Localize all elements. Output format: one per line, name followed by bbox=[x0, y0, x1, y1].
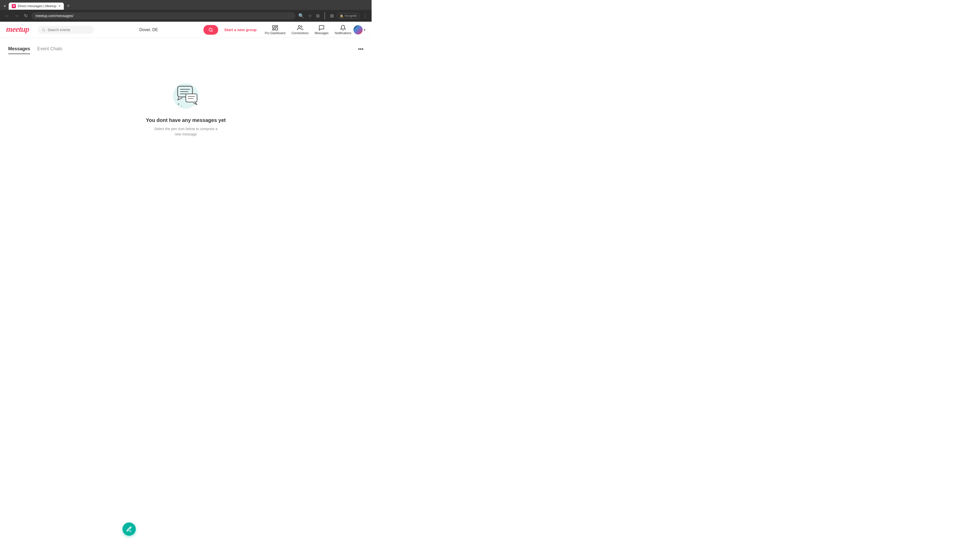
svg-rect-14 bbox=[186, 94, 197, 102]
browser-toolbar-icons: 🔍 ☆ ⧉ ⊞ 🕵 Incognito ⋮ bbox=[298, 12, 369, 20]
connections-label: Connections bbox=[291, 32, 309, 35]
forward-button[interactable]: → bbox=[13, 12, 21, 20]
svg-rect-8 bbox=[272, 29, 274, 30]
browser-search-icon[interactable]: 🔍 bbox=[298, 12, 305, 20]
svg-point-3 bbox=[209, 28, 212, 31]
empty-state: You dont have any messages yet Select th… bbox=[8, 60, 363, 147]
start-group-label[interactable]: Start a new group bbox=[224, 27, 257, 32]
back-button[interactable]: ← bbox=[3, 12, 11, 20]
notifications-icon bbox=[340, 25, 346, 31]
search-bar[interactable] bbox=[38, 26, 94, 34]
search-input[interactable] bbox=[48, 28, 90, 32]
messages-icon bbox=[318, 25, 325, 31]
svg-rect-7 bbox=[275, 28, 278, 30]
empty-state-subtitle: Select the pen icon below to compose a n… bbox=[153, 126, 219, 137]
more-options-button[interactable]: ••• bbox=[358, 46, 363, 52]
avatar-chevron-icon: ▾ bbox=[364, 28, 366, 32]
toolbar-divider bbox=[325, 12, 325, 19]
new-tab-button[interactable]: + bbox=[65, 2, 72, 10]
nav-notifications[interactable]: Notifications bbox=[335, 25, 352, 35]
svg-line-4 bbox=[212, 30, 212, 32]
browser-extensions-icon[interactable]: ⧉ bbox=[315, 12, 321, 20]
meetup-logo-svg: meetup bbox=[6, 24, 32, 33]
tab-dropdown-button[interactable]: ▼ bbox=[2, 3, 8, 9]
browser-menu-icon[interactable]: ⋮ bbox=[362, 12, 369, 20]
empty-state-icon bbox=[170, 81, 201, 111]
svg-point-18 bbox=[181, 106, 182, 106]
tab-title: Direct messages | Meetup bbox=[18, 4, 56, 8]
chat-bubbles-illustration bbox=[170, 81, 201, 111]
svg-point-17 bbox=[178, 103, 180, 105]
nav-messages[interactable]: Messages bbox=[315, 25, 329, 35]
search-button-icon bbox=[208, 27, 213, 32]
messages-tab-bar: Messages Event Chats ••• bbox=[8, 44, 363, 54]
messages-label: Messages bbox=[315, 32, 329, 35]
svg-point-1 bbox=[42, 28, 45, 30]
event-chats-tab[interactable]: Event Chats bbox=[37, 44, 62, 54]
main-content: Messages Event Chats ••• bbox=[0, 38, 372, 153]
incognito-badge: 🕵 Incognito bbox=[337, 13, 360, 19]
svg-rect-6 bbox=[275, 25, 278, 27]
location-display: Dover, DE bbox=[94, 27, 204, 32]
tab-favicon: M bbox=[12, 4, 16, 8]
nav-pro-dashboard[interactable]: Pro Dashboard bbox=[265, 25, 285, 35]
refresh-button[interactable]: ↻ bbox=[22, 12, 29, 20]
address-bar[interactable] bbox=[32, 12, 295, 19]
browser-tab-bar: ▼ M Direct messages | Meetup × + bbox=[0, 0, 372, 10]
svg-line-2 bbox=[45, 30, 45, 31]
svg-rect-5 bbox=[272, 25, 274, 28]
avatar-area[interactable]: ▾ bbox=[353, 25, 366, 35]
site-header: meetup Dover, DE Start a new group bbox=[0, 22, 372, 38]
nav-connections[interactable]: Connections bbox=[291, 25, 309, 35]
site-wrapper: meetup Dover, DE Start a new group bbox=[0, 22, 372, 153]
browser-profile-icon[interactable]: ⊞ bbox=[329, 12, 335, 20]
browser-bookmark-icon[interactable]: ☆ bbox=[307, 12, 313, 20]
meetup-logo[interactable]: meetup bbox=[6, 24, 32, 35]
nav-icons: Pro Dashboard Connections Messages bbox=[265, 25, 352, 35]
browser-toolbar: ← → ↻ 🔍 ☆ ⧉ ⊞ 🕵 Incognito ⋮ bbox=[0, 10, 372, 22]
avatar bbox=[353, 25, 363, 35]
svg-text:meetup: meetup bbox=[6, 24, 29, 33]
incognito-icon: 🕵 bbox=[340, 14, 344, 17]
notifications-label: Notifications bbox=[335, 32, 352, 35]
empty-state-title: You dont have any messages yet bbox=[146, 118, 226, 123]
start-new-group-button[interactable] bbox=[204, 25, 218, 35]
browser-chrome: ▼ M Direct messages | Meetup × + ← → ↻ 🔍… bbox=[0, 0, 372, 22]
browser-tab[interactable]: M Direct messages | Meetup × bbox=[9, 3, 64, 10]
search-icon bbox=[42, 28, 45, 32]
tab-close-button[interactable]: × bbox=[59, 4, 61, 8]
messages-tab[interactable]: Messages bbox=[8, 44, 30, 54]
svg-point-9 bbox=[298, 25, 301, 27]
pro-dashboard-label: Pro Dashboard bbox=[265, 32, 285, 35]
connections-icon bbox=[297, 25, 303, 31]
incognito-label: Incognito bbox=[345, 14, 357, 17]
pro-dashboard-icon bbox=[272, 25, 278, 31]
